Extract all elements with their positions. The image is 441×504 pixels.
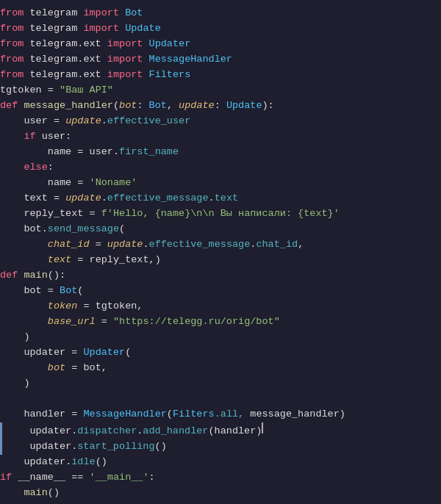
token-var: name bbox=[48, 145, 71, 160]
token-param: update bbox=[107, 237, 143, 253]
token-indent bbox=[6, 424, 29, 439]
token-indent bbox=[6, 439, 29, 455]
code-line: name = user.first_name bbox=[0, 145, 441, 160]
token-kw: from bbox=[0, 68, 24, 83]
token-punct: = bbox=[48, 191, 65, 206]
token-cls: Filters bbox=[143, 68, 190, 83]
token-var: telegram.ext bbox=[24, 52, 107, 68]
token-cls: Updater bbox=[83, 345, 125, 361]
token-punct: ( bbox=[113, 98, 119, 114]
code-line: token = tgtoken, bbox=[0, 299, 441, 314]
code-line: reply_text = f'Hello, {name}\n\n Вы напи… bbox=[0, 206, 441, 222]
code-line: text = update.effective_message.text bbox=[0, 191, 441, 206]
token-indent bbox=[0, 361, 48, 376]
code-line: else: bbox=[0, 160, 441, 176]
token-attr: .all, bbox=[215, 407, 251, 422]
token-param: bot bbox=[119, 98, 137, 114]
token-var: bot bbox=[24, 284, 41, 299]
token-str: 'Noname' bbox=[90, 176, 137, 191]
token-cls: Bot bbox=[60, 284, 77, 299]
token-var: bot bbox=[83, 361, 101, 376]
token-cls: Bot bbox=[119, 6, 143, 21]
token-punct: , bbox=[167, 98, 179, 114]
code-line: tgtoken = "Ваш API" bbox=[0, 83, 441, 98]
token-punct: . bbox=[143, 237, 148, 253]
token-indent bbox=[0, 407, 24, 422]
code-line: bot = Bot( bbox=[0, 284, 441, 299]
token-param: text bbox=[48, 253, 71, 268]
text-cursor bbox=[262, 422, 263, 433]
token-punct bbox=[18, 98, 24, 114]
token-var: (handler) bbox=[208, 424, 262, 439]
token-punct: = bbox=[65, 361, 83, 376]
token-var: telegram.ext bbox=[24, 68, 107, 83]
token-var: user bbox=[90, 145, 113, 160]
code-editor: from telegram import Botfrom telegram im… bbox=[0, 0, 441, 504]
token-punct: ( bbox=[167, 407, 173, 422]
token-indent bbox=[0, 114, 24, 129]
token-attr: dispatcher bbox=[77, 424, 137, 439]
token-punct: = bbox=[83, 206, 101, 222]
token-kw: from bbox=[0, 52, 24, 68]
token-indent bbox=[0, 345, 24, 361]
token-punct: . bbox=[71, 424, 77, 439]
code-line: from telegram import Bot bbox=[0, 6, 441, 21]
token-str: "Ваш API" bbox=[60, 83, 113, 98]
token-punct: = bbox=[71, 176, 89, 191]
code-line: updater.dispatcher.add_handler(handler) bbox=[0, 422, 441, 439]
token-param: update bbox=[65, 191, 101, 206]
token-indent bbox=[0, 237, 48, 253]
line-accent bbox=[0, 422, 2, 439]
token-punct: . bbox=[209, 191, 215, 206]
token-kw: else bbox=[24, 160, 47, 176]
token-kw: from bbox=[0, 6, 24, 21]
token-attr: effective_message bbox=[149, 237, 251, 253]
token-var: text bbox=[24, 191, 47, 206]
code-line: from telegram.ext import Updater bbox=[0, 37, 441, 52]
token-param: base_url bbox=[48, 314, 96, 330]
code-line: name = 'Noname' bbox=[0, 176, 441, 191]
token-punct: () bbox=[155, 439, 167, 455]
token-param: update bbox=[65, 114, 101, 129]
token-var: message_handler bbox=[250, 407, 340, 422]
token-kw: def bbox=[0, 98, 18, 114]
token-var: reply_text bbox=[24, 206, 83, 222]
token-indent bbox=[0, 314, 48, 330]
code-line: bot = bot, bbox=[0, 361, 441, 376]
token-punct: . bbox=[71, 439, 77, 455]
token-func: main bbox=[24, 486, 47, 501]
code-line: if user: bbox=[0, 129, 441, 145]
token-indent bbox=[0, 330, 24, 345]
token-indent bbox=[0, 206, 24, 222]
token-kw: import bbox=[83, 21, 119, 37]
code-line: base_url = "https://telegg.ru/orig/bot" bbox=[0, 314, 441, 330]
token-punct: = bbox=[96, 314, 113, 330]
token-punct: . bbox=[101, 114, 107, 129]
token-indent bbox=[0, 176, 48, 191]
token-indent bbox=[0, 253, 48, 268]
token-punct: : bbox=[48, 160, 54, 176]
token-attr: send_message bbox=[48, 222, 119, 237]
token-punct: . bbox=[42, 222, 48, 237]
token-cls: Updater bbox=[143, 37, 190, 52]
line-accent bbox=[0, 439, 2, 455]
token-kw: import bbox=[107, 37, 143, 52]
token-var: updater bbox=[29, 424, 71, 439]
token-cls: Update bbox=[119, 21, 161, 37]
token-punct: . bbox=[65, 455, 71, 470]
token-indent bbox=[0, 145, 48, 160]
token-punct: ( bbox=[77, 284, 83, 299]
token-punct: () bbox=[96, 455, 107, 470]
code-line: from telegram import Update bbox=[0, 21, 441, 37]
code-line: user = update.effective_user bbox=[0, 114, 441, 129]
token-attr: add_handler bbox=[143, 424, 208, 439]
token-var: user: bbox=[36, 129, 72, 145]
token-punct: = bbox=[65, 407, 83, 422]
token-punct: ) bbox=[24, 330, 29, 345]
token-indent bbox=[0, 160, 24, 176]
token-param: update bbox=[179, 98, 215, 114]
token-kw: if bbox=[24, 129, 35, 145]
token-indent bbox=[0, 455, 24, 470]
token-var: handler bbox=[24, 407, 65, 422]
token-punct: = bbox=[48, 114, 65, 129]
